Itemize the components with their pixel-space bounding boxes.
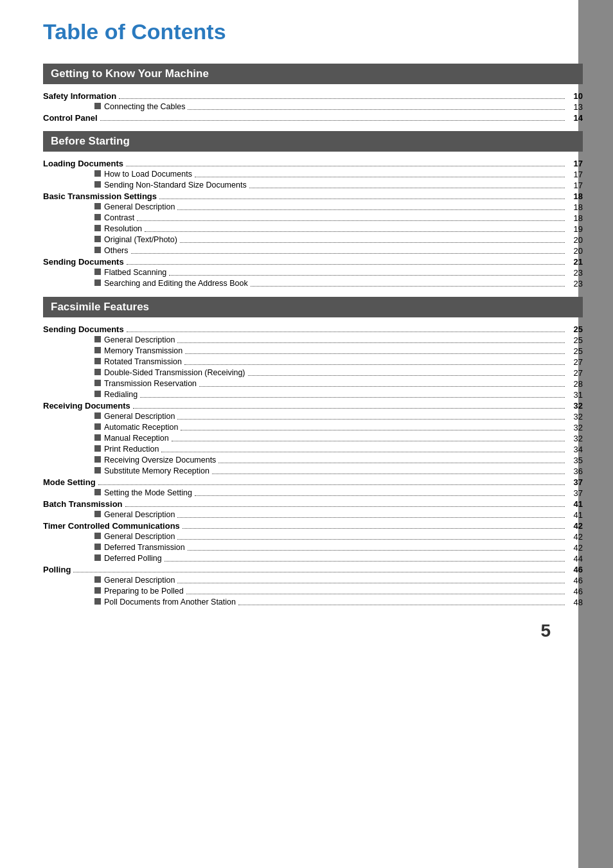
square-icon-contrast: [94, 214, 101, 220]
page-num-control-panel: 14: [567, 113, 583, 123]
entry-label-safety-info: Safety Information: [43, 91, 116, 101]
page-num-basic-transmission: 18: [567, 191, 583, 201]
entry-memory-transmission: Memory Transmission25: [43, 346, 583, 357]
entry-label-flatbed-scanning: Flatbed Scanning: [104, 268, 166, 277]
entry-label-setting-mode: Setting the Mode Setting: [104, 488, 192, 497]
page-num-how-to-load: 17: [567, 170, 583, 179]
page-num-safety-info: 10: [567, 91, 583, 101]
entry-general-desc-rd: General Description32: [43, 411, 583, 422]
entry-mode-setting: Mode Setting37: [43, 477, 583, 488]
dot-fill-memory-transmission: [185, 353, 565, 354]
entry-setting-mode: Setting the Mode Setting37: [43, 488, 583, 499]
entry-label-mode-setting: Mode Setting: [43, 477, 96, 487]
entry-print-reduction: Print Reduction34: [43, 444, 583, 455]
square-icon-substitute-memory: [94, 467, 101, 474]
section-header-before-starting: Before Starting: [43, 131, 583, 152]
page-num-poll-documents: 48: [567, 598, 583, 607]
square-icon-deferred-transmission: [94, 544, 101, 550]
page-num-loading-docs: 17: [567, 159, 583, 168]
entry-label-print-reduction: Print Reduction: [104, 445, 159, 454]
dot-fill-others: [131, 253, 565, 254]
entry-label-preparing-polled: Preparing to be Polled: [104, 587, 184, 596]
entry-label-general-desc-sd: General Description: [104, 335, 175, 344]
page-num-substitute-memory: 36: [567, 466, 583, 476]
entry-label-control-panel: Control Panel: [43, 113, 98, 123]
page-num-automatic-reception: 32: [567, 423, 583, 432]
entry-redialing: Redialing31: [43, 389, 583, 400]
entry-label-searching-editing: Searching and Editing the Address Book: [104, 279, 248, 288]
entry-general-desc-sd: General Description25: [43, 335, 583, 346]
section-header-facsimile-features: Facsimile Features: [43, 297, 583, 317]
entry-control-panel: Control Panel14: [43, 112, 583, 123]
page-num-deferred-transmission: 42: [567, 543, 583, 553]
entry-general-desc-bt: General Description18: [43, 202, 583, 213]
entry-label-sending-docs-bs: Sending Documents: [43, 257, 124, 267]
square-icon-double-sided: [94, 369, 101, 375]
page-num-others: 20: [567, 246, 583, 256]
square-icon-flatbed-scanning: [94, 269, 101, 275]
entry-label-general-desc-poll: General Description: [104, 576, 175, 585]
dot-fill-transmission-reservation: [199, 386, 565, 387]
entry-loading-docs: Loading Documents17: [43, 158, 583, 169]
dot-fill-how-to-load: [195, 177, 565, 177]
page-num-sending-nonstandard: 17: [567, 181, 583, 190]
page-num-preparing-polled: 46: [567, 587, 583, 596]
page-num-double-sided: 27: [567, 368, 583, 378]
entry-sending-docs-ff: Sending Documents25: [43, 324, 583, 335]
page-num-transmission-reservation: 28: [567, 379, 583, 389]
entry-double-sided: Double-Sided Transmission (Receiving)27: [43, 368, 583, 378]
entry-general-desc-batch: General Description41: [43, 509, 583, 520]
entry-label-general-desc-rd: General Description: [104, 412, 175, 421]
square-icon-deferred-polling: [94, 554, 101, 561]
square-icon-how-to-load: [94, 170, 101, 177]
dot-fill-receiving-oversize: [218, 463, 565, 463]
page-num-rotated-transmission: 27: [567, 357, 583, 367]
entry-label-transmission-reservation: Transmission Reservation: [104, 379, 197, 388]
dot-fill-preparing-polled: [186, 594, 565, 594]
square-icon-poll-documents: [94, 598, 101, 605]
square-icon-others: [94, 247, 101, 253]
entry-connecting-cables: Connecting the Cables13: [43, 102, 583, 112]
entry-original-text: Original (Text/Photo)20: [43, 235, 583, 245]
dot-fill-double-sided: [248, 375, 565, 376]
section-before-starting: Loading Documents17How to Load Documents…: [43, 158, 583, 289]
page-num-mode-setting: 37: [567, 477, 583, 487]
square-icon-connecting-cables: [94, 103, 101, 109]
dot-fill-poll-documents: [238, 605, 565, 605]
entry-basic-transmission: Basic Transmission Settings18: [43, 191, 583, 202]
entry-label-sending-nonstandard: Sending Non-Standard Size Documents: [104, 181, 247, 190]
entry-label-rotated-transmission: Rotated Transmission: [104, 357, 182, 366]
entry-receiving-oversize: Receiving Oversize Documents35: [43, 455, 583, 466]
page-num-sending-docs-bs: 21: [567, 257, 583, 267]
dot-fill-sending-docs-bs: [127, 264, 565, 265]
dot-fill-deferred-transmission: [188, 550, 565, 551]
entry-label-sending-docs-ff: Sending Documents: [43, 324, 124, 334]
entry-label-automatic-reception: Automatic Reception: [104, 423, 178, 432]
page-num-resolution: 19: [567, 224, 583, 234]
page-num-memory-transmission: 25: [567, 346, 583, 356]
page-num-general-desc-poll: 46: [567, 576, 583, 585]
entry-label-deferred-polling: Deferred Polling: [104, 554, 162, 563]
entry-resolution: Resolution19: [43, 224, 583, 235]
dot-fill-timer-controlled: [182, 528, 565, 529]
entry-label-loading-docs: Loading Documents: [43, 159, 123, 168]
page-num-original-text: 20: [567, 235, 583, 245]
page-num-timer-controlled: 42: [567, 521, 583, 531]
entry-how-to-load: How to Load Documents17: [43, 169, 583, 180]
entry-manual-reception: Manual Reception32: [43, 433, 583, 444]
toc-content: Getting to Know Your MachineSafety Infor…: [43, 64, 583, 608]
entry-label-general-desc-timer: General Description: [104, 532, 175, 541]
entry-label-contrast: Contrast: [104, 213, 134, 222]
page-num-receiving-docs: 32: [567, 401, 583, 411]
dot-fill-setting-mode: [195, 495, 565, 496]
square-icon-memory-transmission: [94, 347, 101, 353]
dot-fill-redialing: [140, 397, 565, 398]
page-title: Table of Contents: [43, 19, 583, 44]
dot-fill-safety-info: [119, 98, 565, 99]
entry-label-batch-transmission: Batch Transmission: [43, 499, 123, 509]
square-icon-transmission-reservation: [94, 380, 101, 386]
dot-fill-general-desc-poll: [177, 583, 565, 583]
entry-label-receiving-docs: Receiving Documents: [43, 401, 130, 411]
entry-label-general-desc-bt: General Description: [104, 202, 175, 211]
page-num-connecting-cables: 13: [567, 102, 583, 112]
